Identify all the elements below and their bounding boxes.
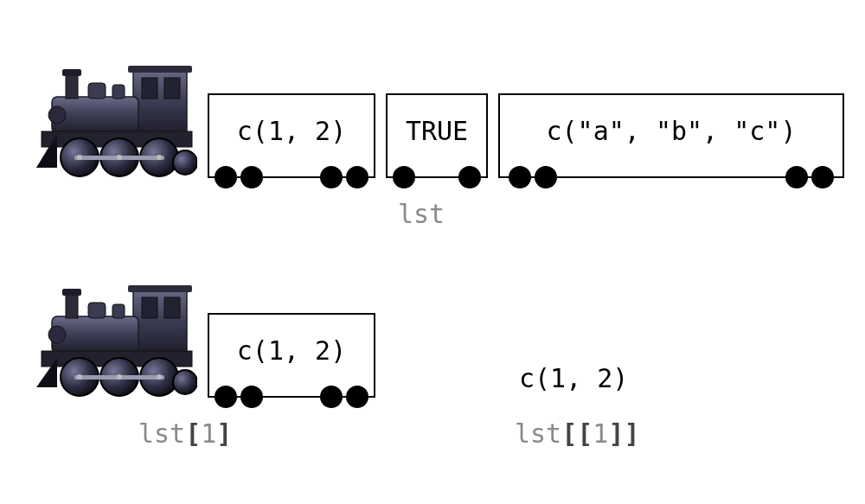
label-lst-double-bracket-1: lst[[1]] <box>515 418 640 449</box>
train-full: c(1, 2) TRUE c("a", "b", "c") <box>36 57 844 178</box>
train-subset: c(1, 2) <box>36 277 375 398</box>
svg-rect-28 <box>62 289 81 296</box>
list-car-3: c("a", "b", "c") <box>498 93 844 178</box>
svg-rect-3 <box>164 78 180 99</box>
list-car-1: c(1, 2) <box>208 313 375 398</box>
label-text: lst <box>138 418 185 449</box>
label-lst-bracket-1: lst[1] <box>138 418 232 449</box>
car-text: TRUE <box>406 116 468 146</box>
locomotive-icon <box>36 57 197 178</box>
bracket-open: [ <box>185 418 201 449</box>
double-bracket-open: [[ <box>561 418 593 449</box>
extracted-value: c(1, 2) <box>519 363 628 393</box>
svg-rect-22 <box>128 285 192 292</box>
double-bracket-close: ]] <box>608 418 639 449</box>
car-text: c(1, 2) <box>237 335 346 366</box>
svg-point-16 <box>173 150 197 175</box>
svg-rect-30 <box>112 304 125 318</box>
svg-rect-7 <box>62 69 81 76</box>
svg-rect-23 <box>142 297 157 318</box>
svg-rect-24 <box>164 297 180 318</box>
label-text: lst <box>398 199 445 229</box>
svg-point-39 <box>117 374 122 380</box>
label-index: 1 <box>593 418 608 449</box>
svg-point-26 <box>48 326 66 343</box>
svg-point-18 <box>77 155 82 160</box>
car-text: c(1, 2) <box>237 116 346 146</box>
label-index: 1 <box>201 418 216 449</box>
svg-point-5 <box>48 106 66 124</box>
bracket-close: ] <box>216 418 232 449</box>
car-wheels <box>500 166 843 188</box>
car-wheels <box>209 166 374 188</box>
locomotive-icon <box>36 277 197 398</box>
svg-point-19 <box>117 155 122 160</box>
car-text: c("a", "b", "c") <box>547 116 797 146</box>
svg-rect-9 <box>112 85 125 99</box>
car-wheels <box>209 386 374 408</box>
list-car-2: TRUE <box>386 93 488 178</box>
label-text: lst <box>515 418 561 449</box>
svg-point-38 <box>77 374 82 380</box>
svg-rect-2 <box>142 78 157 99</box>
value-text: c(1, 2) <box>519 363 628 393</box>
svg-rect-8 <box>88 83 106 99</box>
svg-rect-6 <box>66 73 78 99</box>
svg-point-40 <box>157 374 162 380</box>
car-wheels <box>388 166 486 188</box>
svg-rect-27 <box>66 292 78 318</box>
svg-rect-29 <box>88 303 106 318</box>
svg-rect-1 <box>128 66 192 73</box>
list-car-1: c(1, 2) <box>208 93 375 178</box>
svg-point-36 <box>173 370 197 394</box>
svg-point-20 <box>157 155 162 160</box>
label-lst: lst <box>398 199 445 229</box>
